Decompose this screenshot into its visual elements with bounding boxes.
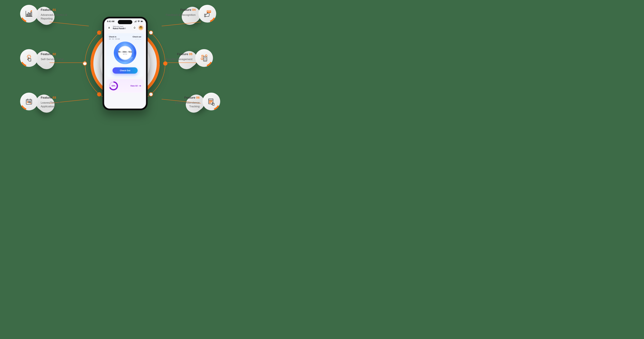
feature-desc: Advanced Analytics & Reporting [41,13,74,21]
feature-pill [20,5,38,23]
analytics-icon [25,10,33,18]
svg-point-21 [209,102,210,102]
feature-desc: Leaves/Time-off Applications [41,101,74,108]
feature-pill: $ $ [195,49,213,67]
avatar[interactable]: 🧑 [138,25,144,30]
orbit-node [149,92,153,96]
svg-rect-28 [141,21,142,22]
feature-title: Feature 04 [166,8,196,12]
svg-point-20 [212,101,212,101]
feature-title: Feature 01 [41,8,74,12]
orbit-node [149,31,153,35]
svg-rect-2 [30,13,30,16]
greeting: Welcome back Rahul Pandit ! [113,26,131,30]
checkin-label: Check in [109,36,120,38]
calendar-icon [25,97,33,106]
feature-title: Feature 06 [166,96,200,99]
attendance-card: Check in 09 : 53 : 00 AM Check out -- : … [106,33,144,77]
wifi-icon [138,21,140,22]
feature-pill [198,5,216,23]
phone-mockup: 9:41 AM Welcome back Rahul Pandit ! 🧑 [102,17,148,110]
svg-rect-29 [143,21,143,22]
svg-point-17 [209,101,210,101]
touch-gear-icon [25,54,33,62]
feature-leaves: Feature 03 Leaves/Time-off Applications [20,93,74,110]
money-calc-icon: $ $ [200,54,208,62]
thumbs-up-stars-icon [203,10,212,18]
svg-rect-6 [27,102,28,103]
timer-ring: 5h : 33m : 51s MON [114,42,136,64]
svg-rect-3 [31,12,32,16]
svg-text:$: $ [202,58,202,60]
feature-self-service: Feature 02 Self-Service Portal [20,49,64,67]
signal-icon [134,21,137,22]
svg-rect-7 [28,102,29,103]
progress-percent: 69% [112,85,116,87]
phone-screen: 9:41 AM Welcome back Rahul Pandit ! 🧑 [104,18,146,109]
svg-point-19 [211,101,211,101]
feature-pill [202,93,220,110]
feature-title: Feature 05 [166,52,192,56]
feature-pill [20,93,38,110]
feature-feedback: Feature 04 Feedback & Recognition [166,5,216,23]
feature-pill [20,49,38,67]
progress-donut: 69% [109,81,118,90]
feature-desc: Self-Service Portal [41,58,64,61]
svg-point-22 [210,102,210,102]
view-all-link[interactable]: View All [130,85,141,87]
welcome-label: Welcome back [113,26,131,27]
svg-point-24 [212,102,212,102]
orbit-node [83,61,87,66]
feature-analytics: Feature 01 Advanced Analytics & Reportin… [20,5,74,23]
feature-title: Feature 03 [41,96,74,99]
arrow-right-icon [138,85,141,87]
svg-point-4 [27,55,30,59]
phone-notch [118,20,132,24]
battery-icon [141,21,143,22]
feature-attendance: Feature 06 Leave & Attendance Tracking [166,93,220,110]
svg-rect-1 [28,13,29,16]
svg-point-18 [210,101,210,101]
checkin-time: 09 : 53 : 00 AM [109,38,120,40]
day-label: MON [118,53,132,55]
orbit-node [97,31,101,35]
svg-point-25 [209,103,210,103]
feature-benefits: $ $ Feature 05 Benefits Management [166,49,213,67]
svg-rect-8 [30,102,30,103]
feature-desc: Benefits Management [166,58,192,61]
attendance-icon [207,97,216,106]
progress-card: 69% View All [106,79,144,93]
feature-desc: Feedback & Recognition [166,13,196,17]
checkout-button[interactable]: Check Out [112,67,138,74]
notifications-button[interactable] [132,25,137,30]
status-time: 9:41 AM [107,20,114,23]
feature-desc: Leave & Attendance Tracking [166,101,200,108]
checkout-label: Check out [133,36,141,38]
feature-title: Feature 02 [41,52,64,56]
svg-text:$: $ [202,55,203,56]
checkout-time: -- : -- : -- [133,38,141,40]
svg-point-23 [211,102,211,102]
orbit-node [97,92,101,96]
svg-rect-0 [27,14,28,16]
svg-point-26 [210,103,210,103]
user-name: Rahul Pandit ! [113,27,131,30]
svg-rect-10 [204,56,207,61]
elapsed-time: 5h : 33m : 51s [118,51,132,53]
menu-button[interactable] [107,25,112,30]
